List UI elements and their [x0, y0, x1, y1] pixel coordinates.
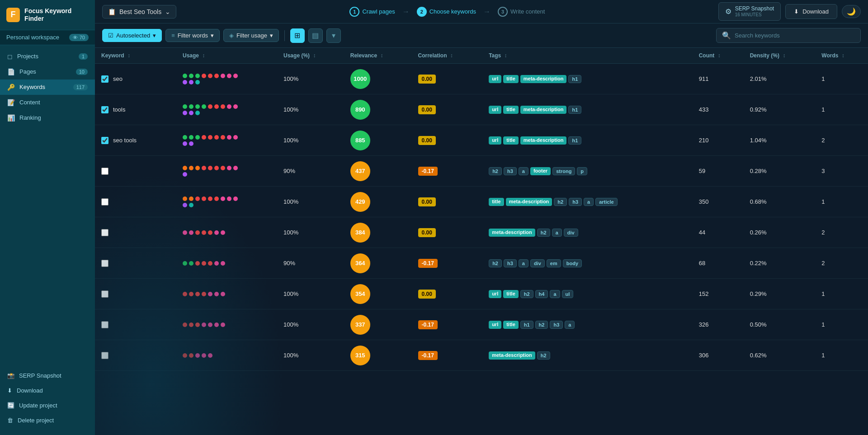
usage-dot — [195, 166, 200, 170]
row-checkbox-2[interactable] — [101, 137, 108, 144]
serp-snapshot-button[interactable]: ⚙ SERP Snapshot 16 MINUTES — [718, 2, 781, 20]
tags-cell-8: urltitleh1h2h3a — [482, 309, 693, 340]
words-cell-3: 3 — [815, 156, 868, 187]
usage-dot — [189, 111, 193, 115]
keywords-table-container: Keyword ↕Usage ↕Usage (%) ↕Relevance ↕Co… — [95, 48, 868, 435]
correlation-badge-8: -0.17 — [418, 320, 438, 329]
row-checkbox-6[interactable] — [101, 260, 108, 267]
correlation-cell-2: 0.00 — [412, 125, 483, 156]
step-2[interactable]: 2 Choose keywords — [410, 4, 482, 19]
usage-pct-cell-3: 90% — [277, 156, 344, 187]
usage-dot — [221, 230, 225, 235]
usage-dots-cell-9 — [176, 340, 277, 371]
theme-toggle[interactable]: 🌙 — [842, 5, 861, 18]
relevance-cell-3: 437 — [344, 156, 412, 187]
usage-dots-cell-0 — [176, 64, 277, 94]
document-icon: 📋 — [108, 8, 116, 15]
usage-dot — [189, 74, 193, 78]
tags-cell-9: meta-descriptionh2 — [482, 340, 693, 371]
step-1[interactable]: 1 Crawl pages — [343, 4, 401, 19]
col-header-keyword[interactable]: Keyword ↕ — [95, 48, 176, 64]
usage-dot — [221, 323, 225, 327]
workspace-bar[interactable]: Personal workspace 👁 70 — [0, 30, 95, 45]
col-header-relevance[interactable]: Relevance ↕ — [344, 48, 412, 64]
usage-dot — [183, 323, 187, 327]
usage-dot — [183, 135, 187, 140]
project-selector[interactable]: 📋 Best Seo Tools ⌄ — [102, 5, 176, 19]
download-button[interactable]: ⬇ Download — [785, 4, 837, 19]
usage-dot — [214, 104, 219, 109]
step-num-2: 2 — [417, 7, 427, 17]
search-input[interactable] — [735, 32, 855, 39]
usage-dot — [208, 135, 212, 140]
sidebar-action-serp-snapshot[interactable]: 📸 SERP Snapshot — [0, 368, 95, 383]
row-checkbox-8[interactable] — [101, 321, 108, 328]
view-list-button[interactable]: ▤ — [308, 28, 323, 43]
ranking-label: Ranking — [19, 114, 41, 121]
update-project-label: Update project — [19, 402, 57, 409]
topbar: 📋 Best Seo Tools ⌄ 1 Crawl pages → 2 Cho… — [95, 0, 868, 23]
row-checkbox-3[interactable] — [101, 168, 108, 175]
update-project-icon: 🔄 — [7, 402, 14, 409]
sidebar-item-keywords[interactable]: 🔑 Keywords 117 — [0, 80, 95, 95]
sort-icon-5: ↕ — [505, 52, 507, 59]
usage-dot — [202, 292, 206, 296]
usage-dot — [202, 104, 206, 109]
row-checkbox-1[interactable] — [101, 106, 108, 113]
usage-dot — [233, 135, 238, 140]
chevron-small-icon: ▾ — [332, 31, 335, 40]
col-header-usage[interactable]: Usage ↕ — [176, 48, 277, 64]
search-box[interactable]: 🔍 — [716, 28, 861, 43]
usage-dot — [195, 353, 200, 358]
sidebar-action-update-project[interactable]: 🔄 Update project — [0, 398, 95, 413]
filter-usage-button[interactable]: ◈ Filter usage ▾ — [223, 29, 279, 42]
logo-icon: F — [6, 8, 20, 22]
tags-cell-5: meta-descriptionh2adiv — [482, 217, 693, 248]
col-header-tags[interactable]: Tags ↕ — [482, 48, 693, 64]
tag-a-4: a — [584, 198, 594, 206]
sidebar-item-pages[interactable]: 📄 Pages 10 — [0, 64, 95, 80]
content-label: Content — [19, 99, 40, 106]
sidebar-action-delete-project[interactable]: 🗑 Delete project — [0, 413, 95, 428]
col-header-usage----[interactable]: Usage (%) ↕ — [277, 48, 344, 64]
autoselected-button[interactable]: ☑ Autoselected ▾ — [102, 29, 162, 42]
col-header-density----[interactable]: Density (%) ↕ — [744, 48, 816, 64]
col-header-correlation[interactable]: Correlation ↕ — [412, 48, 483, 64]
correlation-badge-2: 0.00 — [418, 136, 436, 145]
sidebar-item-content[interactable]: 📝 Content — [0, 95, 95, 110]
sidebar-item-ranking[interactable]: 📊 Ranking — [0, 110, 95, 126]
view-grid-button[interactable]: ⊞ — [290, 28, 305, 43]
tag-meta-description-2: meta-description — [520, 136, 567, 145]
row-checkbox-7[interactable] — [101, 290, 108, 298]
usage-pct-cell-0: 100% — [277, 64, 344, 94]
view-dropdown-button[interactable]: ▾ — [326, 28, 341, 43]
sidebar-action-download[interactable]: ⬇ Download — [0, 383, 95, 398]
row-checkbox-9[interactable] — [101, 352, 108, 359]
usage-dot — [233, 74, 238, 78]
serp-snapshot-icon: 📸 — [7, 372, 14, 379]
pages-label: Pages — [19, 68, 36, 75]
sidebar-item-projects[interactable]: ◻ Projects 1 — [0, 49, 95, 64]
col-header-words[interactable]: Words ↕ — [815, 48, 868, 64]
row-checkbox-0[interactable] — [101, 75, 108, 83]
relevance-badge-7: 354 — [350, 284, 370, 304]
usage-dot — [208, 353, 212, 358]
table-body: seo 100%10000.00urltitlemeta-description… — [95, 64, 868, 371]
filter-words-button[interactable]: ≡ Filter words ▾ — [165, 29, 220, 42]
usage-dot — [208, 261, 212, 266]
tags-cell-4: titlemeta-descriptionh2h3aarticle — [482, 187, 693, 217]
usage-dot — [214, 230, 219, 235]
row-checkbox-4[interactable] — [101, 198, 108, 206]
col-header-count[interactable]: Count ↕ — [693, 48, 744, 64]
usage-dot — [221, 261, 225, 266]
usage-dot — [214, 135, 219, 140]
count-cell-1: 433 — [693, 94, 744, 125]
usage-dot — [195, 323, 200, 327]
usage-dot — [195, 292, 200, 296]
sort-icon-2: ↕ — [313, 52, 316, 59]
workspace-label: Personal workspace — [6, 34, 59, 41]
row-checkbox-5[interactable] — [101, 229, 108, 236]
usage-dot — [227, 135, 231, 140]
tag-h1-1: h1 — [568, 106, 581, 114]
usage-dot — [195, 104, 200, 109]
